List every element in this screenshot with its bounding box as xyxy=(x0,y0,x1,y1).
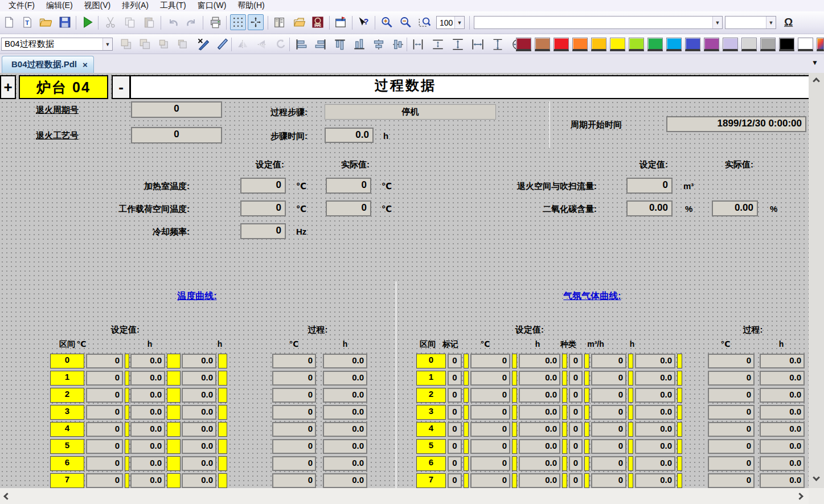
gas-row1-spacer xyxy=(562,371,567,386)
color-swatch-6[interactable] xyxy=(610,38,625,51)
folder-icon[interactable] xyxy=(291,14,307,30)
align-top-icon[interactable] xyxy=(331,36,349,52)
paste-icon[interactable] xyxy=(141,14,157,30)
help-cursor-icon[interactable]: ? xyxy=(355,14,371,30)
same-height-icon[interactable] xyxy=(449,36,466,52)
redo-icon[interactable] xyxy=(183,14,199,30)
new-text-object-icon[interactable]: T xyxy=(19,14,35,30)
zoom-in-icon[interactable] xyxy=(378,14,394,30)
rotate-icon[interactable] xyxy=(272,36,289,52)
special-characters-button[interactable]: Ω xyxy=(784,16,793,28)
flip-vertical-icon[interactable] xyxy=(253,36,270,52)
copy-format-icon[interactable] xyxy=(195,36,212,52)
run-icon[interactable] xyxy=(80,14,96,30)
chevron-down-icon[interactable]: ▼ xyxy=(454,17,464,28)
menu-item-4[interactable]: 排列(A) xyxy=(117,0,154,11)
color-swatch-10[interactable] xyxy=(685,38,700,51)
grid-toggle-icon[interactable] xyxy=(230,14,246,30)
screen-selector-combo[interactable]: B04过程数据 ▼ xyxy=(1,38,113,51)
undo-icon[interactable] xyxy=(165,14,181,30)
zoom-level-value: 100 xyxy=(437,18,454,27)
align-right-icon[interactable] xyxy=(312,36,329,52)
color-swatch-16[interactable] xyxy=(798,38,813,51)
vertical-scrollbar[interactable] xyxy=(809,73,824,488)
temperature-curve-link[interactable]: 温度曲线: xyxy=(177,290,216,302)
gas-table-setpoint-header: 设定值: xyxy=(515,325,544,335)
temp-row7-zone: 7 xyxy=(50,473,84,488)
scroll-down-icon[interactable] xyxy=(809,470,824,484)
center-vertical-icon[interactable] xyxy=(370,36,387,52)
open-icon[interactable] xyxy=(38,14,54,30)
copy-icon[interactable] xyxy=(122,14,138,30)
color-swatch-4[interactable] xyxy=(572,38,588,51)
bring-to-front-icon[interactable] xyxy=(118,36,135,52)
color-swatch-8[interactable] xyxy=(647,38,663,51)
same-height-2-icon[interactable] xyxy=(489,36,506,52)
same-width-icon[interactable] xyxy=(469,36,486,52)
align-bottom-icon[interactable] xyxy=(351,36,368,52)
tab-list-dropdown-icon[interactable]: ▼ xyxy=(811,59,818,67)
send-backward-icon[interactable] xyxy=(174,36,191,52)
process-step-label: 过程步骤: xyxy=(270,107,308,118)
color-swatch-14[interactable] xyxy=(760,38,776,51)
library-icon[interactable] xyxy=(271,14,287,30)
print-icon[interactable] xyxy=(207,14,223,30)
tab-b04-process-data[interactable]: B04过程数据.Pdl × xyxy=(2,56,94,73)
gas-curve-link[interactable]: 气氛气体曲线: xyxy=(563,290,621,302)
menu-item-1[interactable]: 文件(F) xyxy=(3,0,40,11)
space-evenly-horizontal-icon[interactable] xyxy=(409,36,427,52)
align-left-icon[interactable] xyxy=(293,36,310,52)
color-swatch-11[interactable] xyxy=(704,38,719,51)
scroll-up-icon[interactable] xyxy=(809,74,824,88)
furnace-minus-button[interactable]: - xyxy=(112,75,130,99)
annealing-process-value: 0 xyxy=(131,127,222,144)
more-colors-swatch[interactable] xyxy=(817,38,824,51)
menu-item-5[interactable]: 工具(T) xyxy=(155,0,191,11)
zoom-area-icon[interactable] xyxy=(416,14,432,30)
color-swatch-7[interactable] xyxy=(629,38,644,51)
menu-item-7[interactable]: 帮助(H) xyxy=(232,0,269,11)
save-icon[interactable] xyxy=(57,14,73,30)
space-evenly-vertical-icon[interactable] xyxy=(429,36,446,52)
menu-item-3[interactable]: 视图(V) xyxy=(79,0,116,11)
svg-library-icon[interactable]: SVG xyxy=(310,14,326,30)
screen-window-icon[interactable] xyxy=(333,14,349,30)
temp-row1-h2: 0.0 xyxy=(182,371,216,386)
color-swatch-1[interactable] xyxy=(516,38,531,51)
color-swatch-2[interactable] xyxy=(535,38,550,51)
scroll-right-icon[interactable] xyxy=(793,488,806,504)
flip-horizontal-icon[interactable] xyxy=(235,36,252,52)
apply-format-icon[interactable] xyxy=(214,36,231,52)
temp-row6-h1: 0.0 xyxy=(130,456,165,471)
annealing-cycle-label[interactable]: 退火周期号 xyxy=(36,105,79,116)
close-icon[interactable]: × xyxy=(83,60,88,69)
send-to-back-icon[interactable] xyxy=(137,36,154,52)
snap-to-grid-toggle-icon[interactable] xyxy=(248,14,264,30)
gas-table-col-2: 标记 xyxy=(442,339,458,350)
color-swatch-9[interactable] xyxy=(666,38,682,51)
chevron-down-icon[interactable]: ▼ xyxy=(766,17,776,28)
font-size-combo[interactable]: ▼ xyxy=(725,16,776,29)
chevron-down-icon[interactable]: ▼ xyxy=(103,38,112,50)
color-swatch-15[interactable] xyxy=(779,38,794,51)
zoom-out-icon[interactable] xyxy=(397,14,413,30)
annealing-process-label[interactable]: 退火工艺号 xyxy=(36,130,79,141)
color-swatch-12[interactable] xyxy=(723,38,738,51)
bring-forward-icon[interactable] xyxy=(155,36,173,52)
chevron-down-icon[interactable]: ▼ xyxy=(712,17,722,28)
color-swatch-5[interactable] xyxy=(591,38,606,51)
furnace-plus-button[interactable]: + xyxy=(0,75,16,99)
menu-item-2[interactable]: 编辑(E) xyxy=(41,0,78,11)
gas-row6-ph: 0.0 xyxy=(760,456,805,471)
cut-icon[interactable] xyxy=(103,14,118,30)
horizontal-scrollbar[interactable] xyxy=(0,488,809,504)
zoom-level-combo[interactable]: 100 ▼ xyxy=(436,16,465,29)
menu-item-6[interactable]: 窗口(W) xyxy=(192,0,232,11)
font-name-combo[interactable]: ▼ xyxy=(474,16,723,29)
right-actual-header: 实际值: xyxy=(725,159,753,170)
new-file-icon[interactable] xyxy=(1,14,17,30)
color-swatch-3[interactable] xyxy=(554,38,569,51)
center-horizontal-icon[interactable] xyxy=(390,36,407,52)
color-swatch-13[interactable] xyxy=(741,38,757,51)
scroll-left-icon[interactable] xyxy=(0,488,14,504)
